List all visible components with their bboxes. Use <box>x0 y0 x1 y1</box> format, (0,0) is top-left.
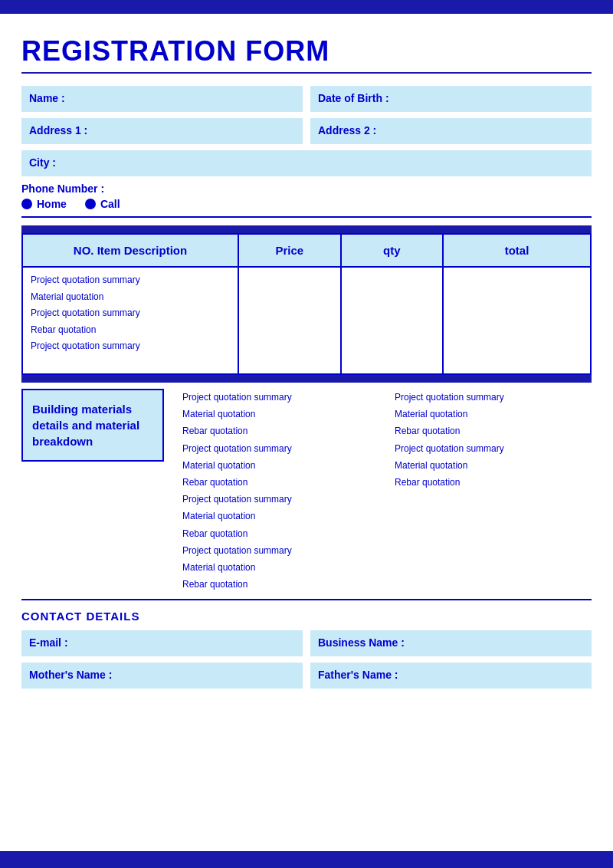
mat-col2-item-2: Material quotation <box>395 406 592 422</box>
items-table: NO. Item Description Price qty total Pro… <box>21 233 592 375</box>
mat-col1-item-6: Rebar quotation <box>182 474 379 491</box>
item-3: Project quotation summary <box>31 305 230 322</box>
phone-options: Home Call <box>21 198 592 210</box>
col-price: Price <box>238 234 341 267</box>
description-cell: Project quotation summary Material quota… <box>22 267 238 374</box>
mat-col1-item-4: Project quotation summary <box>182 440 379 457</box>
address-row: Address 1 : Address 2 : <box>21 118 592 144</box>
materials-col1: Project quotation summary Material quota… <box>182 389 379 593</box>
phone-section: Phone Number : Home Call <box>21 182 592 210</box>
materials-col2: Project quotation summary Material quota… <box>395 389 592 593</box>
item-list: Project quotation summary Material quota… <box>31 272 230 355</box>
materials-right: Project quotation summary Material quota… <box>175 389 592 593</box>
mat-col2-item-6: Rebar quotation <box>395 474 592 491</box>
top-bar <box>0 0 613 14</box>
item-4: Rebar quotation <box>31 322 230 339</box>
contact-section: CONTACT DETAILS E-mail : Business Name :… <box>21 610 592 689</box>
bottom-bar <box>0 851 613 868</box>
mat-col1-item-8: Material quotation <box>182 508 379 524</box>
section-divider-1 <box>21 216 592 218</box>
city-row: City : <box>21 150 592 176</box>
table-header: NO. Item Description Price qty total <box>22 234 591 267</box>
table-row: Project quotation summary Material quota… <box>22 267 591 374</box>
table-top-bar <box>21 225 592 233</box>
materials-section: Building materials details and material … <box>21 389 592 600</box>
mat-col2-item-4: Project quotation summary <box>395 440 592 457</box>
item-2: Material quotation <box>31 289 230 306</box>
mat-col2-item-5: Material quotation <box>395 457 592 474</box>
call-label: Call <box>100 198 120 210</box>
business-field[interactable]: Business Name : <box>310 630 592 656</box>
table-section: NO. Item Description Price qty total Pro… <box>21 225 592 383</box>
name-field[interactable]: Name : <box>21 86 303 112</box>
title-divider <box>21 72 592 74</box>
col-description: NO. Item Description <box>22 234 238 267</box>
phone-label: Phone Number : <box>21 182 592 195</box>
mat-col1-item-12: Rebar quotation <box>182 576 379 593</box>
mat-col1-item-5: Material quotation <box>182 457 379 474</box>
qty-cell <box>341 267 444 374</box>
mat-col1-item-9: Rebar quotation <box>182 525 379 542</box>
mat-col1-item-7: Project quotation summary <box>182 491 379 508</box>
call-radio-icon <box>85 199 96 209</box>
contact-title: CONTACT DETAILS <box>21 610 592 623</box>
table-bottom-bar <box>21 375 592 383</box>
mat-col1-item-2: Material quotation <box>182 406 379 422</box>
mat-col1-item-11: Material quotation <box>182 559 379 576</box>
email-business-row: E-mail : Business Name : <box>21 630 592 656</box>
call-radio[interactable]: Call <box>85 198 120 210</box>
email-field[interactable]: E-mail : <box>21 630 303 656</box>
col-total: total <box>443 234 591 267</box>
mat-col1-item-10: Project quotation summary <box>182 542 379 559</box>
mat-col1-item-3: Rebar quotation <box>182 422 379 439</box>
price-cell <box>238 267 341 374</box>
address1-field[interactable]: Address 1 : <box>21 118 303 144</box>
mat-col2-item-3: Rebar quotation <box>395 422 592 439</box>
mat-col1-item-1: Project quotation summary <box>182 389 379 406</box>
materials-heading: Building materials details and material … <box>21 389 164 462</box>
parents-row: Mother's Name : Father's Name : <box>21 663 592 689</box>
mat-col2-item-1: Project quotation summary <box>395 389 592 406</box>
col-qty: qty <box>341 234 444 267</box>
home-radio[interactable]: Home <box>21 198 67 210</box>
page-title: REGISTRATION FORM <box>21 35 592 67</box>
home-radio-icon <box>21 199 32 209</box>
home-label: Home <box>37 198 67 210</box>
name-dob-row: Name : Date of Birth : <box>21 86 592 112</box>
materials-left: Building materials details and material … <box>21 389 175 593</box>
item-5: Project quotation summary <box>31 338 230 355</box>
mothers-field[interactable]: Mother's Name : <box>21 663 303 689</box>
total-cell <box>443 267 591 374</box>
fathers-field[interactable]: Father's Name : <box>310 663 592 689</box>
address2-field[interactable]: Address 2 : <box>310 118 592 144</box>
dob-field[interactable]: Date of Birth : <box>310 86 592 112</box>
city-field[interactable]: City : <box>21 150 592 176</box>
item-1: Project quotation summary <box>31 272 230 289</box>
